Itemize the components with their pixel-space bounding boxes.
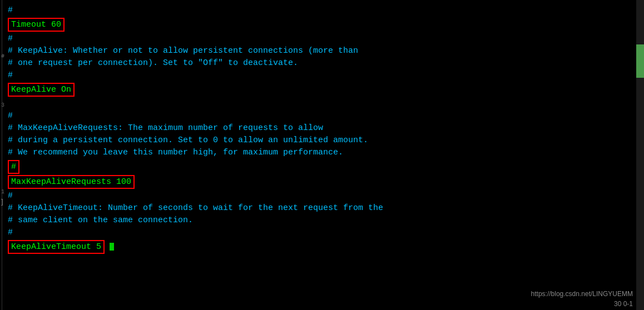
- timeout-value: Timeout 60: [8, 18, 65, 32]
- line-keepalivetimeout-comment-2: # same client on the same connection.: [0, 214, 644, 227]
- line-hash-6: #: [0, 227, 644, 239]
- side-marker-1: #: [1, 53, 4, 59]
- line-maxkeep-comment-3: # We recommend you leave this number hig…: [0, 147, 644, 159]
- page-indicator: 30 0-1: [614, 300, 633, 308]
- line-text-6: #: [8, 227, 13, 239]
- line-text-2: #: [8, 33, 13, 45]
- line-text-4: #: [8, 110, 13, 122]
- line-keepalivetimeout-comment-1: # KeepAliveTimeout: Number of seconds to…: [0, 202, 644, 214]
- line-text-5: #: [8, 190, 13, 202]
- keepalivetimeout-value: KeepAliveTimeout 5: [8, 240, 105, 254]
- line-maxkeep: MaxKeepAliveRequests 100: [0, 175, 644, 189]
- bracket-marker: ]: [1, 197, 3, 206]
- line-maxkeep-comment-1: # MaxKeepAliveRequests: The maximum numb…: [0, 122, 644, 134]
- line-hash-highlighted: #: [0, 160, 644, 174]
- editor-container: # Timeout 60 # # KeepAlive: Whether or n…: [0, 0, 644, 310]
- line-keepalive-comment-1: # KeepAlive: Whether or not to allow per…: [0, 45, 644, 57]
- line-keepalive: KeepAlive On: [0, 83, 644, 97]
- line-timeout: Timeout 60: [0, 18, 644, 32]
- maxkeep-comment-1-text: # MaxKeepAliveRequests: The maximum numb…: [8, 122, 323, 134]
- line-hash-4: #: [0, 110, 644, 122]
- line-hash-3: #: [0, 69, 644, 82]
- kat-comment-2-text: # same client on the same connection.: [8, 214, 193, 227]
- line-hash-1: #: [0, 4, 644, 17]
- hash-highlighted: #: [8, 160, 19, 174]
- kat-comment-1-text: # KeepAliveTimeout: Number of seconds to…: [8, 202, 383, 214]
- line-maxkeep-comment-2: # during a persistent connection. Set to…: [0, 134, 644, 147]
- keepalive-comment-1-text: # KeepAlive: Whether or not to allow per…: [8, 45, 358, 57]
- line-keepalive-comment-2: # one request per connection). Set to "O…: [0, 57, 644, 69]
- watermark-url: https://blog.csdn.net/LINGYUEMM: [531, 290, 633, 298]
- line-hash-5: #: [0, 190, 644, 202]
- side-marker-3: 1: [1, 189, 4, 195]
- line-text: #: [8, 4, 13, 17]
- line-keepalivetimeout: KeepAliveTimeout 5: [0, 240, 644, 254]
- maxkeep-value: MaxKeepAliveRequests 100: [8, 175, 135, 189]
- text-cursor: [110, 243, 114, 251]
- line-empty-1: [0, 98, 644, 110]
- line-hash-2: #: [0, 33, 644, 45]
- keepalive-comment-2-text: # one request per connection). Set to "O…: [8, 57, 298, 69]
- scrollbar-thumb[interactable]: [636, 44, 644, 78]
- keepalive-value: KeepAlive On: [8, 83, 75, 97]
- maxkeep-comment-3-text: # We recommend you leave this number hig…: [8, 147, 343, 159]
- scrollbar[interactable]: [636, 0, 644, 310]
- side-marker-2: 3: [1, 102, 4, 108]
- maxkeep-comment-2-text: # during a persistent connection. Set to…: [8, 134, 368, 147]
- line-text-3: #: [8, 69, 13, 82]
